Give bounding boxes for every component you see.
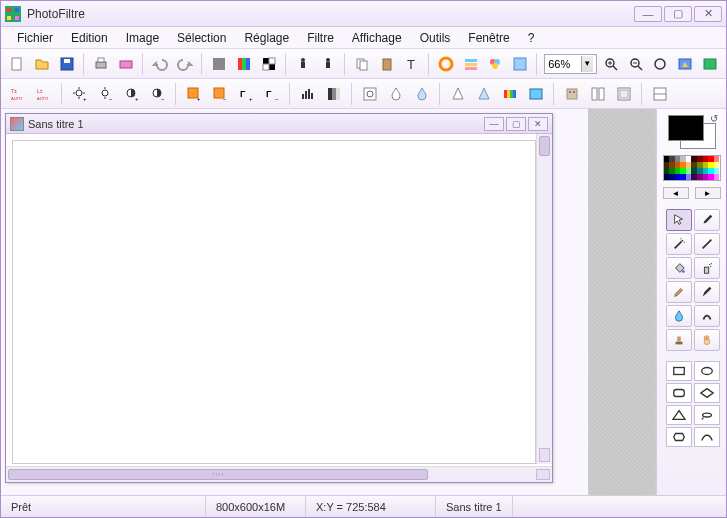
- menu-filtre[interactable]: Filtre: [299, 29, 342, 47]
- clone-tool[interactable]: [666, 329, 692, 351]
- triangle-shape[interactable]: [666, 405, 692, 425]
- fill-tool[interactable]: [666, 257, 692, 279]
- canvas[interactable]: [12, 140, 536, 464]
- adv-brush-tool[interactable]: [694, 281, 720, 303]
- color-palette[interactable]: [663, 155, 721, 181]
- plugin-button[interactable]: [485, 53, 506, 75]
- palette-next-button[interactable]: ►: [695, 187, 721, 199]
- document-titlebar[interactable]: Sans titre 1 — ▢ ✕: [6, 114, 552, 134]
- paste-button[interactable]: [377, 53, 398, 75]
- open-button[interactable]: [32, 53, 53, 75]
- selection-tool[interactable]: [666, 209, 692, 231]
- module-button[interactable]: [613, 83, 635, 105]
- line-tool[interactable]: [694, 233, 720, 255]
- print-button[interactable]: [91, 53, 112, 75]
- strips-button[interactable]: [234, 53, 255, 75]
- window-minimize-button[interactable]: —: [634, 6, 662, 22]
- redo-button[interactable]: [175, 53, 196, 75]
- blur-tool[interactable]: [666, 305, 692, 327]
- copy-button[interactable]: [352, 53, 373, 75]
- blur-button[interactable]: [411, 83, 433, 105]
- options-button[interactable]: [460, 53, 481, 75]
- new-button[interactable]: [7, 53, 28, 75]
- grayscale-button[interactable]: [323, 83, 345, 105]
- menu-outils[interactable]: Outils: [412, 29, 459, 47]
- polygon-shape[interactable]: [666, 427, 692, 447]
- auto-levels-button[interactable]: T±AUTO: [7, 83, 29, 105]
- zoom-in-button[interactable]: [601, 53, 622, 75]
- saturation-minus-button[interactable]: Γ−: [261, 83, 283, 105]
- zoom-out-button[interactable]: [625, 53, 646, 75]
- menu-affichage[interactable]: Affichage: [344, 29, 410, 47]
- frame-button[interactable]: [587, 83, 609, 105]
- palette-prev-button[interactable]: ◄: [663, 187, 689, 199]
- vertical-scrollbar[interactable]: [536, 134, 552, 464]
- scanner-button[interactable]: [115, 53, 136, 75]
- relief-button[interactable]: [561, 83, 583, 105]
- soften-button[interactable]: [473, 83, 495, 105]
- lasso-shape[interactable]: [694, 405, 720, 425]
- undo-button[interactable]: [150, 53, 171, 75]
- gamma-plus-button[interactable]: +: [183, 83, 205, 105]
- man-right-button[interactable]: [317, 53, 338, 75]
- checker-button[interactable]: [258, 53, 279, 75]
- rgb-button[interactable]: [209, 53, 230, 75]
- window-close-button[interactable]: ✕: [694, 6, 722, 22]
- ellipse-shape[interactable]: [694, 361, 720, 381]
- doc-minimize-button[interactable]: —: [484, 117, 504, 131]
- explorer-button[interactable]: [699, 53, 720, 75]
- saturation-plus-button[interactable]: Γ+: [235, 83, 257, 105]
- menu-reglage[interactable]: Réglage: [236, 29, 297, 47]
- dust-button[interactable]: [385, 83, 407, 105]
- horizontal-scrollbar[interactable]: [6, 466, 552, 482]
- menu-edition[interactable]: Edition: [63, 29, 116, 47]
- sharpen-button[interactable]: [447, 83, 469, 105]
- man-left-button[interactable]: [293, 53, 314, 75]
- hue-button[interactable]: [436, 53, 457, 75]
- scrollbar-thumb[interactable]: [8, 469, 428, 480]
- contrast-plus-button[interactable]: +: [121, 83, 143, 105]
- variations-button[interactable]: [499, 83, 521, 105]
- contrast-minus-button[interactable]: −: [147, 83, 169, 105]
- smudge-tool[interactable]: [694, 305, 720, 327]
- brush-tool[interactable]: [666, 281, 692, 303]
- text-button[interactable]: T: [401, 53, 422, 75]
- palette-swatch[interactable]: [714, 174, 720, 180]
- menu-help[interactable]: ?: [520, 29, 543, 47]
- scroll-right-button[interactable]: [536, 469, 550, 480]
- zoom-fit-button[interactable]: [650, 53, 671, 75]
- swap-colors-icon[interactable]: ↺: [710, 113, 718, 124]
- menu-fichier[interactable]: Fichier: [9, 29, 61, 47]
- gamma-minus-button[interactable]: −: [209, 83, 231, 105]
- auto-contrast-button[interactable]: L±AUTO: [33, 83, 55, 105]
- chevron-down-icon[interactable]: ▼: [581, 56, 593, 72]
- scroll-tool[interactable]: [694, 329, 720, 351]
- document-window[interactable]: Sans titre 1 — ▢ ✕: [5, 113, 553, 483]
- freehand-shape[interactable]: [694, 427, 720, 447]
- diamond-shape[interactable]: [694, 383, 720, 403]
- wand-tool[interactable]: [666, 233, 692, 255]
- doc-maximize-button[interactable]: ▢: [506, 117, 526, 131]
- brightness-plus-button[interactable]: +: [69, 83, 91, 105]
- sepia-button[interactable]: [359, 83, 381, 105]
- rounded-rect-shape[interactable]: [666, 383, 692, 403]
- rect-shape[interactable]: [666, 361, 692, 381]
- scrollbar-thumb[interactable]: [539, 136, 550, 156]
- menu-image[interactable]: Image: [118, 29, 167, 47]
- menu-selection[interactable]: Sélection: [169, 29, 234, 47]
- fullscreen-button[interactable]: [675, 53, 696, 75]
- automate-button[interactable]: [510, 53, 531, 75]
- save-button[interactable]: [56, 53, 77, 75]
- menu-fenetre[interactable]: Fenêtre: [460, 29, 517, 47]
- zoom-combobox[interactable]: 66%▼: [544, 54, 597, 74]
- photomask-button[interactable]: [525, 83, 547, 105]
- pipette-tool[interactable]: [694, 209, 720, 231]
- titlebar[interactable]: PhotoFiltre — ▢ ✕: [1, 1, 726, 27]
- histogram-button[interactable]: [297, 83, 319, 105]
- doc-close-button[interactable]: ✕: [528, 117, 548, 131]
- last-filter-button[interactable]: [649, 83, 671, 105]
- foreground-color-swatch[interactable]: [668, 115, 704, 141]
- window-maximize-button[interactable]: ▢: [664, 6, 692, 22]
- spray-tool[interactable]: [694, 257, 720, 279]
- scroll-down-button[interactable]: [539, 448, 550, 462]
